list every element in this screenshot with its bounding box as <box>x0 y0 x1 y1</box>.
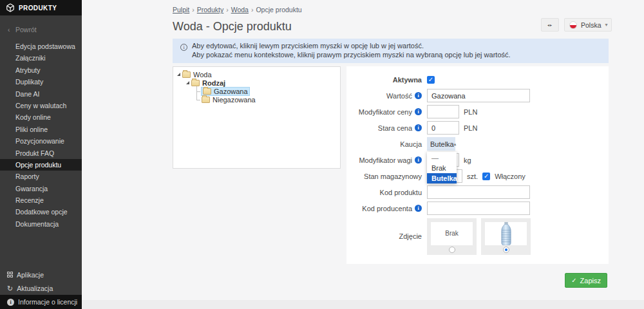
sidebar-back-button[interactable]: ‹ Powrót <box>0 23 82 36</box>
tree-node-niegazowana[interactable]: Niegazowana <box>177 95 336 104</box>
info-circle-icon: i <box>7 299 14 306</box>
sidebar-item-ceny-w-walutach[interactable]: Ceny w walutach <box>0 100 82 111</box>
photo-none-radio[interactable] <box>449 247 455 253</box>
form-row-kaucja: Kaucja Butelka ▴ — Brak Butelka <box>346 136 609 152</box>
sidebar-item-aplikacje[interactable]: Aplikacje <box>0 268 82 281</box>
breadcrumb: Pulpit›Produkty›Woda›Opcje produktu <box>173 6 302 14</box>
kod-producenta-input[interactable] <box>427 201 530 215</box>
caret-up-icon: ▴ <box>454 142 457 147</box>
modyfikator-wagi-unit: kg <box>464 156 471 164</box>
sidebar-item-dane-ai[interactable]: Dane AI <box>0 88 82 100</box>
kod-producenta-label: Kod producenta <box>362 205 412 212</box>
photo-none-placeholder: Brak <box>431 222 473 245</box>
kod-produktu-label: Kod produktu <box>380 189 422 196</box>
language-label: Polska <box>581 21 601 29</box>
wlaczony-checkbox[interactable]: ✓ <box>482 173 490 180</box>
sidebar-item-produkt-faq[interactable]: Produkt FAQ <box>0 147 82 159</box>
sidebar: PRODUKTY ‹ Powrót Edycja podstawowa Załą… <box>0 0 82 309</box>
banner-line-2: Aby pokazać menu kontekstowe, kliknij pr… <box>192 51 609 60</box>
bottle-image <box>500 222 513 245</box>
check-icon: ✓ <box>571 277 576 284</box>
module-title: PRODUKTY <box>19 5 57 12</box>
folder-icon <box>202 97 210 103</box>
stan-magazynowy-unit: szt. <box>467 173 478 180</box>
kaucja-option-butelka[interactable]: Butelka <box>427 173 457 183</box>
modyfikator-wagi-label: Modyfikator wagi <box>359 156 412 164</box>
sidebar-item-dokumentacja[interactable]: Dokumentacja <box>0 218 82 230</box>
wlaczony-label: Włączony <box>495 173 526 180</box>
form-row-aktywna: Aktywna ✓ <box>346 71 609 88</box>
aktywna-label: Aktywna <box>346 76 422 84</box>
info-banner: i Aby edytować, kliknij lewym przyciskie… <box>173 39 609 63</box>
sidebar-item-raporty[interactable]: Raporty <box>0 171 82 182</box>
sidebar-item-aktualizacja[interactable]: ↻ Aktualizacja <box>0 281 82 295</box>
form-row-kod-producenta: Kod producenta i <box>346 200 609 216</box>
sidebar-item-edycja-podstawowa[interactable]: Edycja podstawowa <box>0 41 82 52</box>
tree-collapse-icon[interactable] <box>186 81 189 84</box>
info-icon: i <box>180 44 187 51</box>
sidebar-nav: Edycja podstawowa Załączniki Atrybuty Du… <box>0 41 82 230</box>
breadcrumb-link-produkty[interactable]: Produkty <box>197 6 223 14</box>
form-row-wartosc: Wartość i <box>346 88 609 104</box>
tree-node-woda[interactable]: Woda <box>177 70 336 79</box>
kaucja-dropdown: — Brak Butelka <box>427 152 457 183</box>
poland-flag-icon <box>569 21 577 29</box>
kaucja-option-brak[interactable]: Brak <box>427 163 457 173</box>
option-form-panel: Aktywna ✓ Wartość i Modyfikator ceny i <box>346 66 609 264</box>
chevron-left-icon: ‹ <box>8 26 10 33</box>
save-button[interactable]: ✓ Zapisz <box>565 273 607 288</box>
form-row-modyfikator-ceny: Modyfikator ceny i PLN <box>346 104 609 120</box>
photo-bottle-radio[interactable] <box>503 247 509 253</box>
breadcrumb-link-pulpit[interactable]: Pulpit <box>173 6 189 14</box>
sidebar-item-kody-online[interactable]: Kody online <box>0 111 82 123</box>
kaucja-select[interactable]: Butelka ▴ <box>427 137 455 151</box>
tree-node-gazowana[interactable]: Gazowana <box>177 87 336 95</box>
breadcrumb-link-woda[interactable]: Woda <box>231 6 249 14</box>
photo-option-none[interactable]: Brak <box>427 218 477 255</box>
options-tree-panel: Woda Rodzaj Gazowana Niegazowana <box>173 66 341 169</box>
sidebar-item-duplikaty[interactable]: Duplikaty <box>0 76 82 88</box>
stara-cena-info-icon[interactable]: i <box>415 124 422 131</box>
kod-producenta-info-icon[interactable]: i <box>415 205 422 212</box>
modyfikator-ceny-info-icon[interactable]: i <box>415 108 422 115</box>
wartosc-label: Wartość <box>386 92 412 100</box>
sidebar-item-pozycjonowanie[interactable]: Pozycjonowanie <box>0 135 82 147</box>
aktywna-checkbox[interactable]: ✓ <box>427 76 435 84</box>
folder-icon <box>182 71 191 78</box>
stara-cena-input[interactable] <box>427 121 459 135</box>
photo-bottle-image <box>485 222 527 245</box>
tree-collapse-icon[interactable] <box>177 73 180 76</box>
sidebar-item-atrybuty[interactable]: Atrybuty <box>0 64 82 76</box>
photo-option-bottle[interactable] <box>481 218 531 255</box>
modyfikator-ceny-unit: PLN <box>464 108 477 116</box>
sidebar-item-dodatkowe-opcje[interactable]: Dodatkowe opcje <box>0 206 82 218</box>
tree-node-rodzaj[interactable]: Rodzaj <box>177 79 336 87</box>
stara-cena-unit: PLN <box>464 124 477 132</box>
page-title: Woda - Opcje produktu <box>173 20 292 33</box>
sidebar-bottom: Aplikacje ↻ Aktualizacja i Informacje o … <box>0 268 82 309</box>
kaucja-label: Kaucja <box>400 140 422 148</box>
modyfikator-wagi-info-icon[interactable]: i <box>415 156 422 164</box>
sidebar-item-gwarancja[interactable]: Gwarancja <box>0 183 82 194</box>
sidebar-item-zalaczniki[interactable]: Załączniki <box>0 52 82 64</box>
kaucja-option-empty[interactable]: — <box>427 152 457 163</box>
form-row-stan-magazynowy: Stan magazynowy szt. ✓ Włączony <box>346 168 609 184</box>
package-icon <box>6 3 15 12</box>
kod-produktu-input[interactable] <box>427 185 530 199</box>
refresh-icon: ↻ <box>7 285 13 292</box>
language-selector[interactable]: Polska ▾ <box>564 18 612 32</box>
sidebar-item-recenzje[interactable]: Recenzje <box>0 194 82 206</box>
sidebar-item-pliki-online[interactable]: Pliki online <box>0 124 82 135</box>
wartosc-info-icon[interactable]: i <box>415 92 422 99</box>
modyfikator-ceny-label: Modyfikator ceny <box>359 108 412 116</box>
zdjecie-label: Zdjęcie <box>399 232 422 240</box>
folder-icon <box>191 80 200 86</box>
modyfikator-ceny-input[interactable] <box>427 105 459 118</box>
stan-magazynowy-label: Stan magazynowy <box>364 173 422 180</box>
breadcrumb-current: Opcje produktu <box>256 6 301 14</box>
sidebar-item-informacje-o-licencji[interactable]: i Informacje o licencji <box>0 295 82 309</box>
sidebar-item-opcje-produktu[interactable]: Opcje produktu <box>0 159 82 171</box>
main-area: ◂▸ Polska ▾ Pulpit›Produkty›Woda›Opcje p… <box>82 0 644 309</box>
toggle-width-button[interactable]: ◂▸ <box>541 18 559 32</box>
wartosc-input[interactable] <box>427 89 530 102</box>
